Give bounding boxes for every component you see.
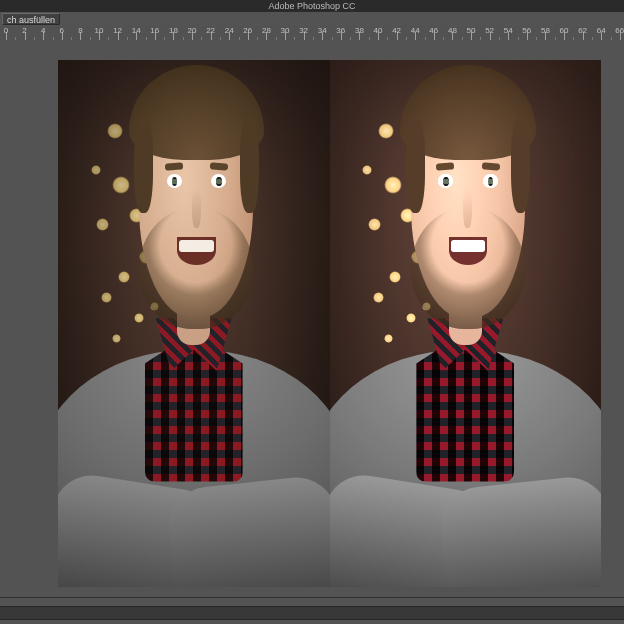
window-frame-subbar bbox=[0, 606, 624, 620]
ruler-tick-label: 54 bbox=[504, 26, 513, 35]
options-bar: ch ausfüllen bbox=[0, 12, 624, 27]
ruler-tick-label: 44 bbox=[411, 26, 420, 35]
ruler-tick-label: 50 bbox=[467, 26, 476, 35]
ruler-tick-label: 10 bbox=[95, 26, 104, 35]
ruler-tick-label: 60 bbox=[560, 26, 569, 35]
ruler-tick-label: 20 bbox=[188, 26, 197, 35]
image-panel-edited bbox=[330, 60, 602, 587]
ruler-tick-label: 24 bbox=[225, 26, 234, 35]
image-panel-original bbox=[58, 60, 330, 587]
ruler-tick-label: 64 bbox=[597, 26, 606, 35]
ruler-tick-label: 18 bbox=[169, 26, 178, 35]
ruler-tick-label: 2 bbox=[22, 26, 26, 35]
ruler-tick-label: 46 bbox=[429, 26, 438, 35]
ruler-tick-label: 8 bbox=[78, 26, 82, 35]
ruler-tick-label: 28 bbox=[262, 26, 271, 35]
ruler-tick-label: 58 bbox=[541, 26, 550, 35]
ruler-tick-label: 22 bbox=[206, 26, 215, 35]
ruler-tick-label: 52 bbox=[485, 26, 494, 35]
document-canvas[interactable] bbox=[58, 60, 601, 587]
document-area bbox=[0, 40, 624, 598]
ruler-tick-label: 30 bbox=[281, 26, 290, 35]
ruler-tick-label: 34 bbox=[318, 26, 327, 35]
ruler-horizontal[interactable]: 0246810121416182022242628303234363840424… bbox=[0, 26, 624, 41]
ruler-tick-label: 4 bbox=[41, 26, 45, 35]
ruler-tick-label: 32 bbox=[299, 26, 308, 35]
options-fill-button[interactable]: ch ausfüllen bbox=[2, 13, 60, 25]
ruler-tick-label: 0 bbox=[4, 26, 8, 35]
ruler-tick-label: 12 bbox=[113, 26, 122, 35]
window-frame-bottom bbox=[0, 597, 624, 624]
ruler-tick-label: 66 bbox=[615, 26, 624, 35]
ruler-tick-label: 16 bbox=[150, 26, 159, 35]
ruler-tick-label: 36 bbox=[336, 26, 345, 35]
ruler-tick-label: 62 bbox=[578, 26, 587, 35]
ruler-tick-label: 6 bbox=[60, 26, 64, 35]
ruler-tick-label: 26 bbox=[243, 26, 252, 35]
ruler-tick-label: 40 bbox=[374, 26, 383, 35]
ruler-tick-label: 14 bbox=[132, 26, 141, 35]
app-title: Adobe Photoshop CC bbox=[268, 1, 355, 11]
ruler-tick-label: 38 bbox=[355, 26, 364, 35]
ruler-tick-label: 48 bbox=[448, 26, 457, 35]
ruler-tick-label: 42 bbox=[392, 26, 401, 35]
ruler-tick-label: 56 bbox=[522, 26, 531, 35]
